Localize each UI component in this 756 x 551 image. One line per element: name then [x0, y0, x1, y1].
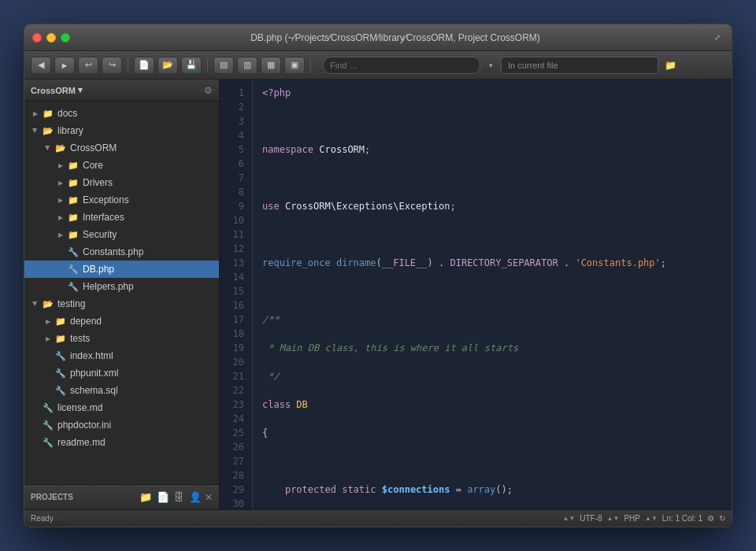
projects-label: PROJECTS	[31, 493, 136, 501]
label-tests: tests	[70, 333, 90, 344]
sidebar-item-library[interactable]: ▶ 📂 library	[24, 122, 219, 139]
open-file-button[interactable]: 📂	[158, 57, 178, 74]
label-phpdoctor: phpdoctor.ini	[57, 420, 111, 431]
forward-button[interactable]: ►	[54, 57, 75, 74]
sidebar-folder-icon[interactable]: 📁	[139, 491, 152, 503]
label-exceptions: Exceptions	[83, 194, 129, 205]
sidebar-item-phpdoctor[interactable]: ▶ 🔧 phpdoctor.ini	[24, 416, 219, 434]
main-window: DB.php (~⁄Projects⁄CrossORM⁄library⁄Cros…	[24, 24, 732, 527]
arrow-docs: ▶	[31, 109, 40, 118]
sidebar-item-depend[interactable]: ▶ 📁 depend	[24, 312, 219, 330]
undo-button[interactable]: ↩	[78, 57, 98, 74]
search-scope[interactable]: In current file	[501, 57, 658, 74]
file-db-icon: 🔧	[67, 263, 80, 276]
sidebar-item-interfaces[interactable]: ▶ 📁 Interfaces	[24, 209, 219, 226]
titlebar: DB.php (~⁄Projects⁄CrossORM⁄library⁄Cros…	[24, 24, 732, 51]
sidebar-item-security[interactable]: ▶ 📁 Security	[24, 226, 219, 243]
status-ready: Ready	[31, 514, 54, 523]
save-button[interactable]: 💾	[181, 57, 202, 74]
status-language[interactable]: PHP	[624, 514, 640, 523]
label-phpunit: phpunit.xml	[70, 368, 118, 379]
label-testing: testing	[57, 298, 85, 309]
sidebar-item-helpers[interactable]: ▶ 🔧 Helpers.php	[24, 278, 219, 295]
label-index: index.html	[70, 350, 113, 361]
sidebar-db-icon[interactable]: 🗄	[174, 491, 184, 503]
label-interfaces: Interfaces	[83, 212, 124, 223]
browse-button[interactable]: 📁	[662, 57, 679, 74]
sidebar-item-db[interactable]: ▶ 🔧 DB.php	[24, 261, 219, 278]
encoding-left-arrow[interactable]: ▲▼	[562, 515, 575, 522]
close-button[interactable]	[32, 33, 42, 43]
status-encoding[interactable]: UTF-8	[580, 514, 602, 523]
sidebar-tree: ▶ 📁 docs ▶ 📂 library ▶ 📂 CrossORM	[24, 102, 219, 484]
minimize-button[interactable]	[46, 33, 56, 43]
sidebar-item-readme[interactable]: ▶ 🔧 readme.md	[24, 434, 219, 451]
new-file-button[interactable]: 📄	[134, 57, 154, 74]
encoding-right-arrow[interactable]: ▲▼	[607, 515, 620, 522]
label-depend: depend	[70, 316, 102, 327]
file-license-icon: 🔧	[42, 401, 54, 414]
arrow-security: ▶	[56, 230, 65, 239]
label-core: Core	[83, 160, 103, 171]
redo-button[interactable]: ↪	[102, 57, 122, 74]
arrow-interfaces: ▶	[56, 213, 65, 222]
sidebar-file-icon[interactable]: 📄	[157, 491, 169, 503]
refresh-status-icon[interactable]: ↻	[719, 514, 725, 523]
sidebar-item-core[interactable]: ▶ 📁 Core	[24, 157, 219, 174]
search-dropdown-icon[interactable]: ▾	[484, 57, 498, 74]
back-button[interactable]: ◀	[31, 57, 51, 74]
view-btn-2[interactable]: ▥	[237, 57, 258, 74]
expand-icon[interactable]: ⤢	[711, 31, 724, 44]
sidebar-item-license[interactable]: ▶ 🔧 license.md	[24, 399, 219, 416]
sidebar-bottom-icons: 📁 📄 🗄 👤	[139, 491, 202, 503]
label-library: library	[57, 125, 83, 136]
sidebar-close-icon[interactable]: ✕	[205, 492, 213, 503]
view-btn-1[interactable]: ▤	[213, 57, 234, 74]
arrow-testing: ▶	[31, 299, 40, 309]
sidebar-item-index[interactable]: ▶ 🔧 index.html	[24, 347, 219, 364]
sidebar-item-phpunit[interactable]: ▶ 🔧 phpunit.xml	[24, 364, 219, 382]
toolbar: ◀ ► ↩ ↪ 📄 📂 💾 ▤ ▥ ▦ ▣ ▾ In current file …	[24, 51, 732, 80]
view-btn-4[interactable]: ▣	[284, 57, 305, 74]
file-phpunit-icon: 🔧	[54, 367, 67, 379]
sidebar-item-testing[interactable]: ▶ 📂 testing	[24, 295, 219, 312]
gear-status-icon[interactable]: ⚙	[707, 514, 714, 523]
traffic-lights	[32, 33, 70, 43]
sidebar-person-icon[interactable]: 👤	[189, 491, 202, 503]
folder-tests-icon: 📁	[54, 332, 67, 345]
window-title: DB.php (~⁄Projects⁄CrossORM⁄library⁄Cros…	[80, 32, 711, 43]
maximize-button[interactable]	[61, 33, 70, 43]
arrow-drivers: ▶	[56, 178, 65, 187]
status-sep-1: -	[60, 514, 62, 523]
arrow-core: ▶	[56, 161, 65, 170]
search-input[interactable]	[330, 61, 473, 70]
file-phpdoctor-icon: 🔧	[42, 419, 54, 431]
code-editor[interactable]: 12345 678910 1112131415 1617181920 21222…	[220, 80, 732, 509]
file-constants-icon: 🔧	[67, 246, 80, 258]
sidebar-item-docs[interactable]: ▶ 📁 docs	[24, 105, 219, 122]
status-position: Ln: 1 Col: 1	[662, 514, 702, 523]
sidebar-gear-icon[interactable]: ⚙	[204, 85, 213, 96]
sidebar-item-constants[interactable]: ▶ 🔧 Constants.php	[24, 243, 219, 261]
folder-docs-icon: 📁	[42, 107, 54, 120]
folder-depend-icon: 📁	[54, 315, 67, 327]
arrow-exceptions: ▶	[56, 195, 65, 205]
code-content[interactable]: <?php namespace CrossORM; use CrossORM\E…	[253, 80, 732, 509]
sidebar-item-exceptions[interactable]: ▶ 📁 Exceptions	[24, 191, 219, 209]
arrow-crossorm: ▶	[43, 143, 53, 153]
sidebar-item-drivers[interactable]: ▶ 📁 Drivers	[24, 174, 219, 191]
project-dropdown-icon[interactable]: ▾	[78, 85, 83, 95]
search-box	[323, 57, 480, 74]
folder-testing-icon: 📂	[42, 298, 54, 310]
code-area: 12345 678910 1112131415 1617181920 21222…	[220, 80, 732, 509]
sidebar: CrossORM ▾ ⚙ ▶ 📁 docs ▶ 📂 library	[24, 80, 220, 509]
language-arrow[interactable]: ▲▼	[645, 515, 658, 522]
label-security: Security	[83, 229, 117, 240]
view-btn-3[interactable]: ▦	[261, 57, 281, 74]
main-content: CrossORM ▾ ⚙ ▶ 📁 docs ▶ 📂 library	[24, 80, 732, 509]
sidebar-item-crossorm[interactable]: ▶ 📂 CrossORM	[24, 139, 219, 157]
label-helpers: Helpers.php	[83, 281, 134, 292]
separator-3	[310, 57, 311, 73]
sidebar-item-tests[interactable]: ▶ 📁 tests	[24, 330, 219, 347]
sidebar-item-schema[interactable]: ▶ 🔧 schema.sql	[24, 382, 219, 399]
